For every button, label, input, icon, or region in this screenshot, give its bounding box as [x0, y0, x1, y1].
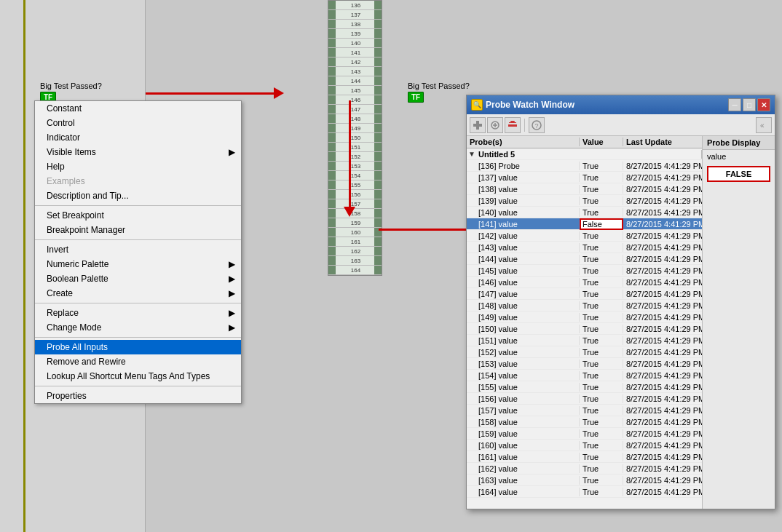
node-port-left	[328, 133, 336, 142]
menu-item-change-mode[interactable]: Change Mode	[35, 320, 241, 335]
probe-table-row[interactable]: [159] value True 8/27/2015 4:41:29 PM	[467, 428, 702, 440]
delete-probe-button[interactable]	[505, 117, 521, 133]
row-value: True	[580, 266, 623, 275]
maximize-button[interactable]: □	[743, 98, 756, 111]
node-port-left	[328, 124, 336, 132]
row-probe-label: [156] value	[477, 394, 580, 403]
probe-table-row[interactable]: [149] value True 8/27/2015 4:41:29 PM	[467, 311, 702, 323]
probe-table-row[interactable]: [140] value True 8/27/2015 4:41:29 PM	[467, 207, 702, 218]
probe-content: Probe(s) Value Last Update ▼ Untitled 5 …	[467, 136, 775, 509]
arrow-right-1	[146, 86, 284, 100]
probe-table-row[interactable]: [143] value True 8/27/2015 4:41:29 PM	[467, 242, 702, 253]
probe-table-row[interactable]: [151] value True 8/27/2015 4:41:29 PM	[467, 335, 702, 346]
menu-item-examples[interactable]: Examples	[35, 174, 241, 188]
row-value: True	[580, 348, 623, 357]
node-port-right	[374, 199, 382, 208]
probe-table-row[interactable]: [163] value True 8/27/2015 4:41:29 PM	[467, 475, 702, 486]
probe-table-row[interactable]: [139] value True 8/27/2015 4:41:29 PM	[467, 195, 702, 207]
probe-table-row[interactable]: [145] value True 8/27/2015 4:41:29 PM	[467, 265, 702, 277]
row-update: 8/27/2015 4:41:29 PM	[623, 196, 702, 205]
menu-item-invert[interactable]: Invert	[35, 242, 241, 257]
menu-item-control[interactable]: Control	[35, 116, 241, 130]
probe-table-row[interactable]: [158] value True 8/27/2015 4:41:29 PM	[467, 416, 702, 428]
row-update: 8/27/2015 4:41:29 PM	[623, 348, 702, 357]
menu-item-probe-all-inputs[interactable]: Probe All Inputs	[35, 340, 241, 354]
row-probe-label: [153] value	[477, 360, 580, 368]
probe-table-row[interactable]: [136] Probe True 8/27/2015 4:41:29 PM	[467, 160, 702, 172]
add-probe-button[interactable]	[470, 117, 486, 133]
menu-item-numeric-palette[interactable]: Numeric Palette	[35, 257, 241, 271]
menu-item-properties[interactable]: Properties	[35, 389, 241, 403]
node-port-left	[328, 86, 336, 95]
row-update: 8/27/2015 4:41:29 PM	[623, 173, 702, 182]
row-probe-label: [142] value	[477, 231, 580, 240]
node-port-left	[328, 209, 336, 218]
menu-separator	[35, 386, 241, 386]
node-row-159: 159	[328, 218, 382, 228]
menu-item-breakpoint-manager[interactable]: Breakpoint Manager	[35, 223, 241, 237]
row-update: 8/27/2015 4:41:29 PM	[623, 418, 702, 426]
minimize-button[interactable]: ─	[728, 98, 741, 111]
probe-table-row[interactable]: [144] value True 8/27/2015 4:41:29 PM	[467, 253, 702, 265]
row-value: True	[580, 301, 623, 310]
probe-table-row[interactable]: [147] value True 8/27/2015 4:41:29 PM	[467, 288, 702, 300]
probe-table-row[interactable]: [161] value True 8/27/2015 4:41:29 PM	[467, 451, 702, 463]
probe-table-row[interactable]: [138] value True 8/27/2015 4:41:29 PM	[467, 183, 702, 195]
node-port-right	[374, 237, 382, 246]
row-probe-label: [145] value	[477, 266, 580, 275]
arrow-head-1	[274, 87, 284, 99]
probe-display-label: value	[703, 150, 775, 163]
menu-item-replace[interactable]: Replace	[35, 306, 241, 320]
probe-table-row[interactable]: [157] value True 8/27/2015 4:41:29 PM	[467, 405, 702, 416]
menu-item-visible-items[interactable]: Visible Items	[35, 145, 241, 159]
row-update: 8/27/2015 4:41:29 PM	[623, 336, 702, 345]
menu-item-description-tip[interactable]: Description and Tip...	[35, 188, 241, 203]
probe-table-row[interactable]: [162] value True 8/27/2015 4:41:29 PM	[467, 463, 702, 475]
close-button[interactable]: ✕	[757, 98, 770, 111]
row-update: 8/27/2015 4:41:29 PM	[623, 301, 702, 310]
probe-table-row[interactable]: [156] value True 8/27/2015 4:41:29 PM	[467, 393, 702, 405]
menu-item-boolean-palette[interactable]: Boolean Palette	[35, 271, 241, 286]
titlebar-buttons: ─ □ ✕	[728, 98, 770, 111]
probe-table-row[interactable]: [146] value True 8/27/2015 4:41:29 PM	[467, 277, 702, 288]
arrows-button[interactable]: «	[756, 117, 772, 133]
probe-table-row[interactable]: [137] value True 8/27/2015 4:41:29 PM	[467, 172, 702, 183]
probe-table-row[interactable]: [153] value True 8/27/2015 4:41:29 PM	[467, 358, 702, 370]
menu-item-constant[interactable]: Constant	[35, 101, 241, 116]
row-update: 8/27/2015 4:41:29 PM	[623, 476, 702, 485]
probe-table-row[interactable]: [160] value True 8/27/2015 4:41:29 PM	[467, 440, 702, 451]
menu-item-create[interactable]: Create	[35, 286, 241, 301]
node-row-163: 163	[328, 256, 382, 266]
menu-item-remove-rewire[interactable]: Remove and Rewire	[35, 354, 241, 369]
node-port-right	[374, 67, 382, 76]
col-header-update: Last Update	[623, 138, 702, 146]
menu-item-help[interactable]: Help	[35, 159, 241, 174]
probe-table-row[interactable]: [142] value True 8/27/2015 4:41:29 PM	[467, 230, 702, 242]
probe-table-body: ▼ Untitled 5 [136] Probe True 8/27/2015 …	[467, 148, 702, 509]
menu-item-indicator[interactable]: Indicator	[35, 130, 241, 145]
node-num-162: 162	[336, 248, 374, 255]
row-value: True	[580, 162, 623, 170]
probe-table-row[interactable]: [148] value True 8/27/2015 4:41:29 PM	[467, 300, 702, 311]
probe-table-row[interactable]: [164] value True 8/27/2015 4:41:29 PM	[467, 486, 702, 498]
help-button[interactable]: ?	[529, 117, 545, 133]
group-expand-icon[interactable]: ▼	[467, 150, 477, 158]
probe-table-row[interactable]: [141] value False 8/27/2015 4:41:29 PM	[467, 218, 702, 230]
probe-table-row[interactable]: [150] value True 8/27/2015 4:41:29 PM	[467, 323, 702, 335]
plus-button[interactable]	[487, 117, 503, 133]
row-probe-label: [148] value	[477, 301, 580, 310]
node-port-left	[328, 48, 336, 57]
probe-table-row[interactable]: [154] value True 8/27/2015 4:41:29 PM	[467, 370, 702, 381]
big-test-label-1: Big Test Passed?	[40, 82, 102, 90]
probe-table-row[interactable]: [155] value True 8/27/2015 4:41:29 PM	[467, 381, 702, 393]
node-port-left	[328, 152, 336, 161]
arrow-down-2	[342, 100, 357, 217]
row-update: 8/27/2015 4:41:29 PM	[623, 313, 702, 322]
node-num-139: 139	[336, 31, 374, 37]
menu-item-set-breakpoint[interactable]: Set Breakpoint	[35, 208, 241, 223]
probe-table-row[interactable]: [152] value True 8/27/2015 4:41:29 PM	[467, 346, 702, 358]
menu-item-lookup-tags[interactable]: Lookup All Shortcut Menu Tags And Types	[35, 369, 241, 384]
col-header-value: Value	[580, 138, 623, 146]
arrow-line-1	[146, 92, 274, 95]
row-update: 8/27/2015 4:41:29 PM	[623, 394, 702, 403]
